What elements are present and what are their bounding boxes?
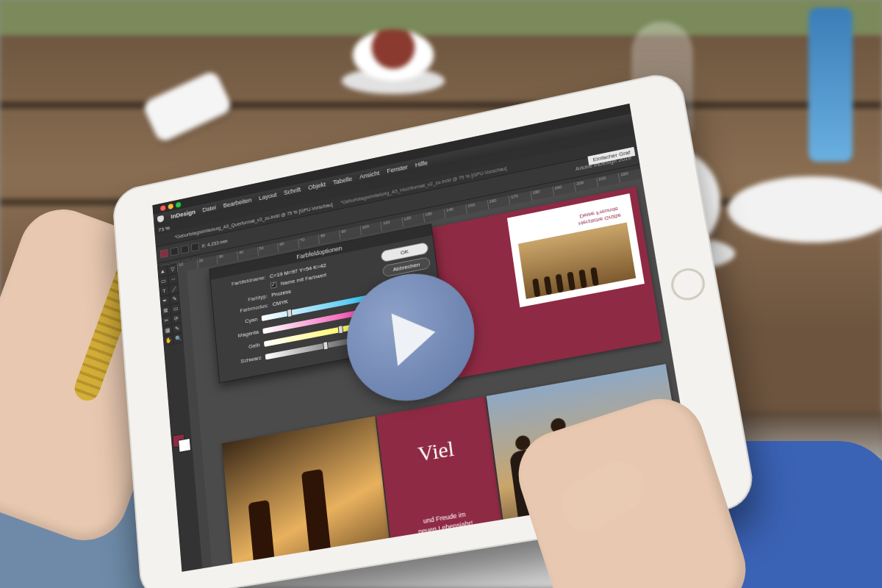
slider-label: Magenta xyxy=(223,329,259,342)
color-mode-select[interactable]: CMYK xyxy=(272,298,288,307)
menu-item[interactable]: Layout xyxy=(259,191,277,201)
play-icon xyxy=(392,306,439,366)
coord-readout: X: 4,233 mm xyxy=(201,238,228,248)
minimize-dot-icon[interactable] xyxy=(168,203,173,209)
menu-item[interactable]: Objekt xyxy=(308,181,326,191)
bottle-graphic-icon xyxy=(301,469,334,572)
menu-item[interactable]: Hilfe xyxy=(415,159,428,168)
control-chip[interactable] xyxy=(191,243,200,252)
control-chip[interactable] xyxy=(171,247,179,257)
slider-label: Gelb xyxy=(223,342,260,355)
menu-item[interactable]: Schrift xyxy=(284,186,301,196)
espresso-cup xyxy=(353,29,434,81)
tablet-home-button[interactable] xyxy=(669,265,708,303)
hand-tool-icon[interactable]: ✋ xyxy=(163,334,173,346)
subline-text: und Freude im neuen Lebensjahr! xyxy=(389,504,502,541)
apple-icon[interactable] xyxy=(157,215,164,223)
fill-swatch-icon[interactable] xyxy=(160,249,168,259)
color-type-select[interactable]: Prozess xyxy=(271,288,291,298)
fill-stroke-swatch[interactable] xyxy=(171,431,193,462)
photo-frame[interactable]: Herzliche Grüße Deine Freunde xyxy=(507,193,645,307)
placed-photo xyxy=(518,222,636,298)
bottle-graphic-icon xyxy=(248,500,278,572)
card-text: Herzliche Grüße Deine Freunde xyxy=(577,204,622,226)
slider-label: Schwarz xyxy=(225,354,262,368)
control-chip[interactable] xyxy=(181,245,189,254)
layout-page-bottom-mid[interactable]: Viel und Freude im neuen Lebensjahr! xyxy=(376,396,508,572)
name-with-value-checkbox[interactable] xyxy=(270,282,277,289)
water-bottle xyxy=(808,7,853,162)
menu-item[interactable]: Datei xyxy=(202,204,216,214)
zoom-tool-icon[interactable]: 🔍 xyxy=(173,333,184,345)
headline-text: Viel xyxy=(380,429,492,473)
layout-page-bottom-left[interactable] xyxy=(222,416,395,572)
zoom-dot-icon[interactable] xyxy=(176,201,182,207)
close-dot-icon[interactable] xyxy=(160,205,166,211)
slider-label: Cyan xyxy=(221,316,258,329)
